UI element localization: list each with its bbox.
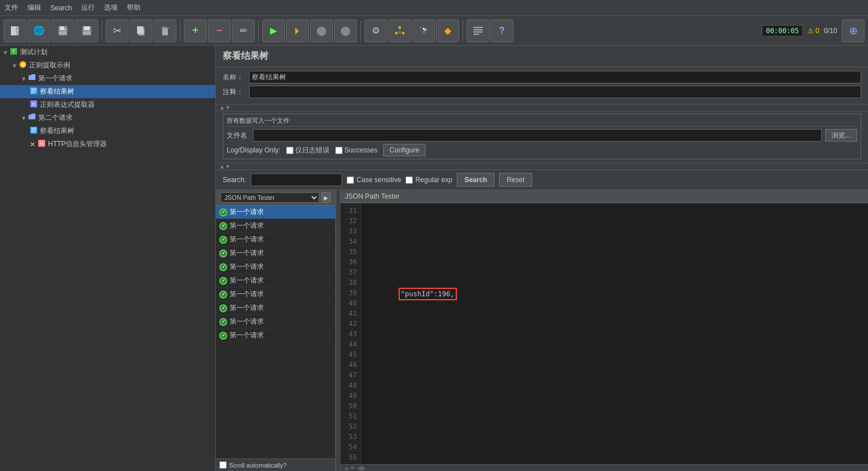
file-section-title: 所有数据写入一个文件 [227, 116, 857, 127]
toolbar-timer-area: 00:00:05 ⚠ 0 0/10 ⊕ [762, 19, 865, 42]
regex-option[interactable]: Regular exp [405, 176, 452, 184]
result-item[interactable]: 第一个请求 [216, 288, 335, 301]
successes-checkbox[interactable] [335, 147, 343, 154]
stop-button[interactable]: ⏵ [286, 19, 309, 42]
menu-options[interactable]: 选项 [104, 3, 118, 13]
open-button[interactable]: 🌐 [27, 19, 50, 42]
line-number: 51 [344, 411, 357, 421]
warning-count: 0 [815, 27, 819, 35]
line-number: 32 [344, 216, 357, 226]
result-item[interactable]: 第一个请求 [216, 274, 335, 288]
sidebar-item-test-plan[interactable]: ▼ T 测试计划 [0, 46, 215, 59]
menu-edit[interactable]: 编辑 [27, 3, 41, 13]
settings-button[interactable]: ⚙ [364, 19, 387, 42]
case-sensitive-checkbox[interactable] [347, 176, 354, 184]
case-sensitive-option[interactable]: Case sensitive [347, 176, 401, 184]
view-result-tree1-label: 察看结果树 [40, 87, 74, 96]
name-input[interactable] [249, 71, 861, 83]
comment-input[interactable] [249, 86, 861, 98]
sidebar-item-http-header-mgr[interactable]: ✕ H HTTP信息头管理器 [0, 138, 215, 151]
result-item[interactable]: 第一个请求 [216, 233, 335, 247]
scroll-auto-option[interactable]: Scroll automatically? [219, 461, 287, 469]
line-number: 54 [344, 442, 357, 452]
successes-option[interactable]: Successes [335, 146, 377, 154]
code-line [365, 247, 863, 257]
code-line [365, 432, 863, 442]
scroll-auto-label: Scroll automatically? [229, 462, 287, 469]
results-arrow-button[interactable]: ▶ [322, 192, 331, 203]
result-item[interactable]: 第一个请求 [216, 315, 335, 329]
copy-button[interactable] [130, 19, 152, 42]
vertical-splitter[interactable]: ⋮ [336, 190, 340, 471]
sidebar-item-regex-extractor[interactable]: R 正则表达式提取器 [0, 98, 215, 111]
result-status-icon [219, 304, 227, 312]
result-item-label: 第一个请求 [230, 289, 264, 299]
remove-button[interactable]: − [208, 19, 231, 42]
search-button[interactable]: Search [457, 173, 495, 187]
only-errors-option[interactable]: 仅日志错误 [286, 146, 329, 155]
new-button[interactable] [3, 19, 26, 42]
cut-button[interactable]: ✂ [106, 19, 128, 42]
toolbar: 🌐 ✂ + − ✏ ▶ ⏵ ⬤ ⬤ ⚙ 🔭 ◆ ? 00:00:05 ⚠ 0 0… [0, 16, 868, 46]
folder-icon [28, 74, 36, 83]
sidebar-item-rule-extract[interactable]: ▼ ⚙ 正则提取示例 [0, 59, 215, 72]
file-input[interactable] [253, 129, 822, 142]
only-errors-checkbox[interactable] [286, 147, 294, 154]
save-as-button[interactable] [75, 19, 98, 42]
sidebar-item-first-request[interactable]: ▼ 第一个请求 [0, 72, 215, 85]
svg-rect-4 [64, 26, 66, 29]
help-button[interactable]: ? [491, 19, 513, 42]
configure-button[interactable]: Configure [383, 144, 425, 156]
tree-button[interactable] [388, 19, 411, 42]
circle2-button[interactable]: ⬤ [334, 19, 357, 42]
right-panel: 察看结果树 名称： 注释： ▲▼ 所有数据写入一个文件 文件名 浏览 [216, 46, 868, 471]
menu-file[interactable]: 文件 [5, 3, 18, 13]
results-list: 第一个请求第一个请求第一个请求第一个请求第一个请求第一个请求第一个请求第一个请求… [216, 206, 335, 458]
options-row: Log/Display Only: 仅日志错误 Successes Config… [227, 144, 857, 156]
browse-button[interactable]: 浏览... [825, 129, 857, 142]
menu-help[interactable]: 帮助 [127, 3, 140, 13]
list-button[interactable] [467, 19, 489, 42]
collapse-bar-top[interactable]: ▲▼ [216, 104, 868, 111]
result-item[interactable]: 第一个请求 [216, 206, 335, 219]
menu-run[interactable]: 运行 [81, 3, 95, 13]
sidebar-item-view-result-tree1[interactable]: 察看结果树 [0, 85, 215, 98]
reset-button[interactable]: Reset [499, 173, 532, 187]
code-line [365, 206, 863, 216]
name-row: 名称： [223, 71, 861, 83]
search-input[interactable] [251, 174, 342, 186]
collapse-bar-bottom[interactable]: ▲▼ [216, 163, 868, 170]
line-number: 38 [344, 277, 357, 288]
diamond-button[interactable]: ◆ [436, 19, 459, 42]
code-content[interactable]: "pushId":196, [361, 203, 868, 464]
add-button[interactable]: + [184, 19, 207, 42]
code-footer: ▲▼ ◀▶ [340, 464, 868, 471]
menu-search[interactable]: Search [50, 4, 72, 12]
result-item[interactable]: 第一个请求 [216, 301, 335, 315]
sidebar-item-view-result-tree2[interactable]: 察看结果树 [0, 124, 215, 138]
delete-button[interactable] [154, 19, 176, 42]
result-item-label: 第一个请求 [230, 248, 264, 258]
file-row: 文件名 浏览... [227, 129, 857, 142]
line-number: 53 [344, 432, 357, 442]
binoculars-button[interactable]: 🔭 [412, 19, 435, 42]
edit-button[interactable]: ✏ [232, 19, 255, 42]
scroll-auto-checkbox[interactable] [219, 461, 227, 469]
result-item[interactable]: 第一个请求 [216, 260, 335, 274]
expand-button[interactable]: ⊕ [842, 19, 865, 42]
results-dropdown[interactable]: JSON Path Tester [220, 192, 319, 203]
http-header-label: HTTP信息头管理器 [48, 139, 107, 149]
circle1-button[interactable]: ⬤ [310, 19, 333, 42]
result-item[interactable]: 第一个请求 [216, 247, 335, 260]
regex-checkbox[interactable] [405, 176, 413, 184]
panel-title: 察看结果树 [216, 46, 868, 67]
svg-rect-12 [161, 27, 169, 29]
save-button[interactable] [51, 19, 74, 42]
results-footer: Scroll automatically? [216, 458, 335, 471]
start-button[interactable]: ▶ [262, 19, 285, 42]
result-item[interactable]: 第一个请求 [216, 329, 335, 343]
result-item[interactable]: 第一个请求 [216, 219, 335, 233]
line-number: 46 [344, 360, 357, 370]
svg-text:⚙: ⚙ [21, 62, 25, 67]
sidebar-item-second-request[interactable]: ▼ 第二个请求 [0, 111, 215, 124]
